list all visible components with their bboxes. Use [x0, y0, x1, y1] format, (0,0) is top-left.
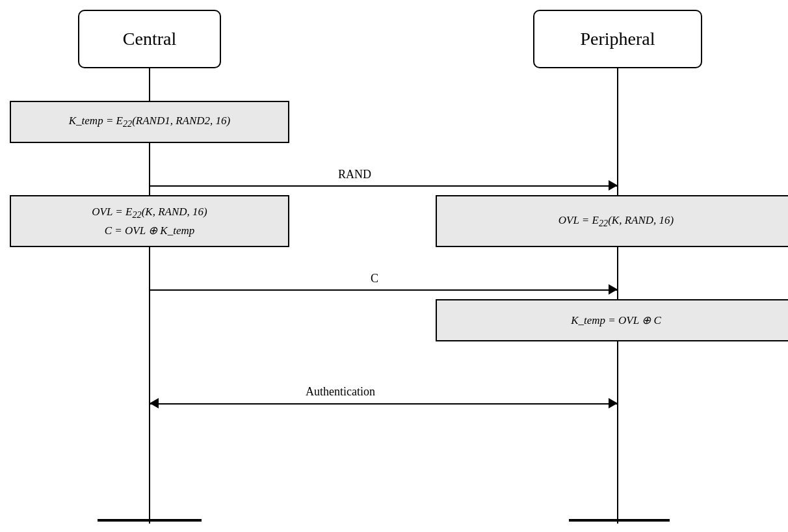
action-peripheral-2: OVL = E22(K, RAND, 16)	[436, 195, 788, 247]
central-foot	[98, 519, 202, 522]
action-central-2: OVL = E22(K, RAND, 16) C = OVL ⊕ K_temp	[10, 195, 289, 247]
peripheral-foot	[569, 519, 670, 522]
arrow-c-line	[150, 289, 618, 291]
action-central-1: K_temp = E22(RAND1, RAND2, 16)	[10, 101, 289, 143]
arrow-auth-left-head	[150, 398, 159, 408]
action-central-1-text: K_temp = E22(RAND1, RAND2, 16)	[69, 113, 231, 131]
peripheral-lifeline	[617, 68, 618, 524]
action-central-2-text: OVL = E22(K, RAND, 16) C = OVL ⊕ K_temp	[92, 204, 207, 239]
arrow-rand-head	[609, 180, 618, 191]
arrow-c-head	[609, 284, 618, 295]
arrow-auth-right-head	[609, 398, 618, 408]
arrow-c-label: C	[371, 272, 378, 286]
arrow-rand-line	[150, 185, 618, 187]
arrow-auth-line	[150, 403, 618, 405]
peripheral-label: Peripheral	[580, 29, 655, 49]
action-peripheral-2-text: OVL = E22(K, RAND, 16)	[558, 212, 674, 231]
arrow-rand-label: RAND	[338, 168, 371, 181]
sequence-diagram: Central Peripheral K_temp = E22(RAND1, R…	[0, 0, 788, 532]
central-box: Central	[78, 10, 221, 68]
action-peripheral-3: K_temp = OVL ⊕ C	[436, 299, 788, 341]
arrow-auth-label: Authentication	[306, 385, 375, 399]
central-label: Central	[123, 29, 176, 49]
peripheral-box: Peripheral	[533, 10, 702, 68]
action-peripheral-3-text: K_temp = OVL ⊕ C	[571, 312, 661, 329]
